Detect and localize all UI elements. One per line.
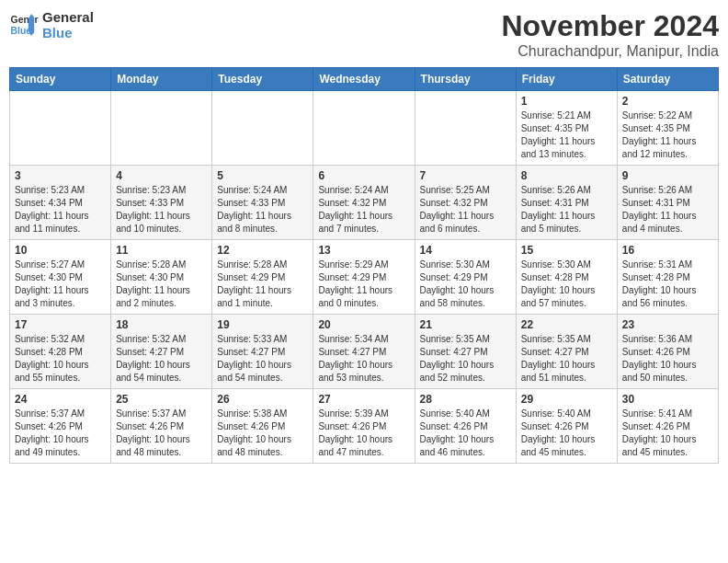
weekday-header-thursday: Thursday <box>415 68 516 91</box>
day-info: Sunrise: 5:22 AM Sunset: 4:35 PM Dayligh… <box>622 109 713 161</box>
calendar-table: SundayMondayTuesdayWednesdayThursdayFrid… <box>9 67 719 464</box>
day-number: 8 <box>521 169 612 182</box>
day-number: 5 <box>217 169 308 182</box>
day-info: Sunrise: 5:30 AM Sunset: 4:29 PM Dayligh… <box>420 259 511 310</box>
weekday-header-tuesday: Tuesday <box>212 68 313 91</box>
weekday-header-row: SundayMondayTuesdayWednesdayThursdayFrid… <box>10 68 719 91</box>
location-title: Churachandpur, Manipur, India <box>501 43 719 60</box>
weekday-header-friday: Friday <box>516 68 617 91</box>
weekday-header-saturday: Saturday <box>617 68 718 91</box>
day-info: Sunrise: 5:26 AM Sunset: 4:31 PM Dayligh… <box>521 184 612 236</box>
calendar-cell <box>212 91 313 166</box>
month-title: November 2024 <box>501 9 719 43</box>
day-number: 26 <box>217 393 308 406</box>
day-info: Sunrise: 5:23 AM Sunset: 4:33 PM Dayligh… <box>116 184 207 236</box>
calendar-cell: 11Sunrise: 5:28 AM Sunset: 4:30 PM Dayli… <box>111 240 212 315</box>
day-info: Sunrise: 5:40 AM Sunset: 4:26 PM Dayligh… <box>420 408 511 459</box>
day-info: Sunrise: 5:39 AM Sunset: 4:26 PM Dayligh… <box>318 408 409 459</box>
day-info: Sunrise: 5:32 AM Sunset: 4:28 PM Dayligh… <box>15 333 106 385</box>
calendar-cell: 2Sunrise: 5:22 AM Sunset: 4:35 PM Daylig… <box>617 91 718 166</box>
day-number: 7 <box>420 169 511 182</box>
day-info: Sunrise: 5:41 AM Sunset: 4:26 PM Dayligh… <box>622 408 713 459</box>
day-number: 14 <box>420 244 511 257</box>
day-info: Sunrise: 5:21 AM Sunset: 4:35 PM Dayligh… <box>521 109 612 161</box>
day-info: Sunrise: 5:32 AM Sunset: 4:27 PM Dayligh… <box>116 333 207 385</box>
day-info: Sunrise: 5:23 AM Sunset: 4:34 PM Dayligh… <box>15 184 106 236</box>
calendar-cell: 25Sunrise: 5:37 AM Sunset: 4:26 PM Dayli… <box>111 389 212 464</box>
day-info: Sunrise: 5:33 AM Sunset: 4:27 PM Dayligh… <box>217 333 308 385</box>
page-header: General Blue General Blue November 2024 … <box>9 9 719 60</box>
calendar-cell: 7Sunrise: 5:25 AM Sunset: 4:32 PM Daylig… <box>415 166 516 240</box>
day-info: Sunrise: 5:25 AM Sunset: 4:32 PM Dayligh… <box>420 184 511 236</box>
logo: General Blue General Blue <box>9 9 94 40</box>
day-number: 18 <box>116 318 207 331</box>
day-info: Sunrise: 5:27 AM Sunset: 4:30 PM Dayligh… <box>15 259 106 310</box>
day-info: Sunrise: 5:26 AM Sunset: 4:31 PM Dayligh… <box>622 184 713 236</box>
day-info: Sunrise: 5:40 AM Sunset: 4:26 PM Dayligh… <box>521 408 612 459</box>
calendar-cell <box>10 91 111 166</box>
day-number: 28 <box>420 393 511 406</box>
calendar-cell <box>111 91 212 166</box>
calendar-cell: 24Sunrise: 5:37 AM Sunset: 4:26 PM Dayli… <box>10 389 111 464</box>
calendar-cell: 18Sunrise: 5:32 AM Sunset: 4:27 PM Dayli… <box>111 315 212 389</box>
day-info: Sunrise: 5:24 AM Sunset: 4:33 PM Dayligh… <box>217 184 308 236</box>
day-number: 22 <box>521 318 612 331</box>
calendar-cell: 14Sunrise: 5:30 AM Sunset: 4:29 PM Dayli… <box>415 240 516 315</box>
calendar-cell: 8Sunrise: 5:26 AM Sunset: 4:31 PM Daylig… <box>516 166 617 240</box>
calendar-cell: 13Sunrise: 5:29 AM Sunset: 4:29 PM Dayli… <box>313 240 415 315</box>
logo-line1: General <box>42 9 94 25</box>
day-number: 13 <box>318 244 409 257</box>
day-number: 2 <box>622 95 713 108</box>
day-number: 16 <box>622 244 713 257</box>
calendar-cell: 28Sunrise: 5:40 AM Sunset: 4:26 PM Dayli… <box>415 389 516 464</box>
day-info: Sunrise: 5:24 AM Sunset: 4:32 PM Dayligh… <box>318 184 409 236</box>
day-info: Sunrise: 5:28 AM Sunset: 4:30 PM Dayligh… <box>116 259 207 310</box>
day-info: Sunrise: 5:37 AM Sunset: 4:26 PM Dayligh… <box>15 408 106 459</box>
day-number: 19 <box>217 318 308 331</box>
calendar-cell: 27Sunrise: 5:39 AM Sunset: 4:26 PM Dayli… <box>313 389 415 464</box>
calendar-cell: 16Sunrise: 5:31 AM Sunset: 4:28 PM Dayli… <box>617 240 718 315</box>
day-info: Sunrise: 5:38 AM Sunset: 4:26 PM Dayligh… <box>217 408 308 459</box>
day-number: 21 <box>420 318 511 331</box>
day-info: Sunrise: 5:35 AM Sunset: 4:27 PM Dayligh… <box>521 333 612 385</box>
week-row-5: 24Sunrise: 5:37 AM Sunset: 4:26 PM Dayli… <box>10 389 719 464</box>
svg-text:General: General <box>11 15 39 25</box>
logo-icon: General Blue <box>9 10 39 40</box>
weekday-header-sunday: Sunday <box>10 68 111 91</box>
calendar-cell: 19Sunrise: 5:33 AM Sunset: 4:27 PM Dayli… <box>212 315 313 389</box>
calendar-cell: 17Sunrise: 5:32 AM Sunset: 4:28 PM Dayli… <box>10 315 111 389</box>
day-info: Sunrise: 5:29 AM Sunset: 4:29 PM Dayligh… <box>318 259 409 310</box>
day-number: 4 <box>116 169 207 182</box>
day-info: Sunrise: 5:34 AM Sunset: 4:27 PM Dayligh… <box>318 333 409 385</box>
calendar-cell: 26Sunrise: 5:38 AM Sunset: 4:26 PM Dayli… <box>212 389 313 464</box>
day-number: 25 <box>116 393 207 406</box>
day-number: 17 <box>15 318 106 331</box>
day-number: 3 <box>15 169 106 182</box>
calendar-cell: 1Sunrise: 5:21 AM Sunset: 4:35 PM Daylig… <box>516 91 617 166</box>
day-number: 27 <box>318 393 409 406</box>
week-row-2: 3Sunrise: 5:23 AM Sunset: 4:34 PM Daylig… <box>10 166 719 240</box>
calendar-cell: 12Sunrise: 5:28 AM Sunset: 4:29 PM Dayli… <box>212 240 313 315</box>
day-info: Sunrise: 5:31 AM Sunset: 4:28 PM Dayligh… <box>622 259 713 310</box>
day-number: 20 <box>318 318 409 331</box>
calendar-cell: 15Sunrise: 5:30 AM Sunset: 4:28 PM Dayli… <box>516 240 617 315</box>
calendar-cell <box>415 91 516 166</box>
week-row-1: 1Sunrise: 5:21 AM Sunset: 4:35 PM Daylig… <box>10 91 719 166</box>
day-number: 6 <box>318 169 409 182</box>
logo-line2: Blue <box>42 25 94 40</box>
day-info: Sunrise: 5:35 AM Sunset: 4:27 PM Dayligh… <box>420 333 511 385</box>
calendar-cell: 21Sunrise: 5:35 AM Sunset: 4:27 PM Dayli… <box>415 315 516 389</box>
weekday-header-wednesday: Wednesday <box>313 68 415 91</box>
calendar-cell <box>313 91 415 166</box>
day-number: 24 <box>15 393 106 406</box>
day-number: 9 <box>622 169 713 182</box>
calendar-cell: 20Sunrise: 5:34 AM Sunset: 4:27 PM Dayli… <box>313 315 415 389</box>
calendar-cell: 30Sunrise: 5:41 AM Sunset: 4:26 PM Dayli… <box>617 389 718 464</box>
day-number: 23 <box>622 318 713 331</box>
weekday-header-monday: Monday <box>111 68 212 91</box>
day-info: Sunrise: 5:36 AM Sunset: 4:26 PM Dayligh… <box>622 333 713 385</box>
day-number: 15 <box>521 244 612 257</box>
calendar-cell: 3Sunrise: 5:23 AM Sunset: 4:34 PM Daylig… <box>10 166 111 240</box>
day-number: 10 <box>15 244 106 257</box>
calendar-cell: 9Sunrise: 5:26 AM Sunset: 4:31 PM Daylig… <box>617 166 718 240</box>
